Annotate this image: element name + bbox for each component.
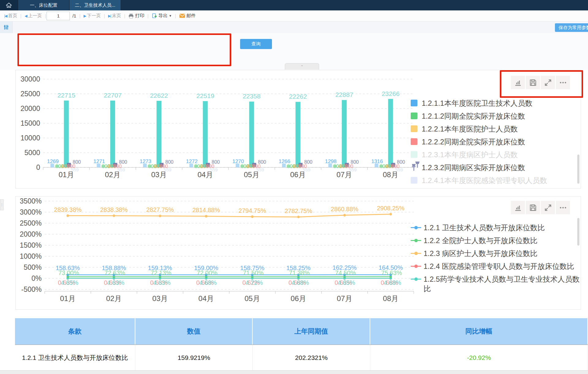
first-page-label: 首页	[8, 13, 17, 19]
home-tab[interactable]	[0, 0, 18, 10]
table-cell: 202.2321%	[253, 345, 370, 371]
table-cell-item-link[interactable]: 1.2.1 卫生技术人员数与开放床位数比	[15, 345, 135, 371]
legend-swatch	[411, 151, 417, 158]
legend-item[interactable]: 1.2.5药学专业技术人员数与卫生专业技术人员数比	[411, 274, 581, 293]
data-label: 05月	[244, 294, 260, 303]
bar	[342, 100, 347, 167]
more-options-button[interactable]	[556, 76, 570, 89]
save-image-button[interactable]	[526, 76, 540, 89]
last-page-button[interactable]: ▶| 末页	[106, 13, 123, 19]
legend-item[interactable]: 1.2.3.2同期病区实际开放床位数	[411, 163, 581, 172]
data-label: 74.50%	[335, 269, 356, 276]
data-label: 73.00%	[58, 269, 79, 276]
more-options-button[interactable]	[556, 201, 570, 214]
legend-label: 1.2.3 病区护士人数与开放床位数比	[424, 249, 537, 258]
filter-toggle-button[interactable]	[0, 21, 13, 33]
legend-label: 1.2.2.1本年度医院护士人员数	[422, 124, 518, 134]
data-label: 4.65%	[61, 279, 78, 286]
page-total-label: /1	[70, 13, 79, 18]
legend-swatch	[411, 125, 417, 132]
legend-label: 1.2.1.1本年度医院卫生技术人员数	[422, 98, 532, 108]
marker-dash	[418, 240, 421, 241]
data-label: 20000	[21, 105, 40, 113]
legend-swatch	[411, 138, 417, 145]
bar-type-button[interactable]	[511, 76, 525, 89]
legend-label: 1.2.3.2同期病区实际开放床位数	[422, 163, 525, 172]
page-number-input[interactable]	[47, 12, 70, 20]
series-point	[66, 214, 69, 217]
data-label: 72.13%	[151, 269, 172, 276]
bar-type-button[interactable]	[511, 201, 525, 214]
prev-page-button[interactable]: ◀ 上一页	[22, 13, 44, 19]
marker-dot	[414, 277, 418, 281]
legend-item[interactable]: 1.2.2.1本年度医院护士人员数	[411, 124, 581, 134]
data-label: 559	[117, 167, 125, 172]
data-label: 2500%	[20, 219, 42, 227]
data-label: 1000%	[20, 252, 42, 260]
first-page-button[interactable]: |◀ 首页	[2, 13, 20, 19]
separator: |	[147, 13, 149, 18]
export-button[interactable]: 导出 ▼	[149, 13, 174, 19]
legend-item[interactable]: 1.2.2 全院护士人数与开放床位数比	[411, 236, 581, 245]
line-chart-card: -500%0%500%1000%1500%2000%2500%3000%3500…	[15, 196, 581, 310]
legend-scrollbar[interactable]	[577, 155, 579, 184]
save-image-icon	[529, 78, 537, 87]
splitter-handle[interactable]: ⋮	[0, 199, 4, 210]
data-label: 2814.88%	[192, 207, 220, 213]
data-label: 10000	[21, 134, 40, 142]
legend-label: 1.2.2.2同期全院实际开放床位数	[422, 137, 525, 147]
print-button[interactable]: 打印	[126, 13, 147, 19]
mail-button[interactable]: 邮件	[177, 13, 198, 19]
save-common-params-button[interactable]: 保存为常用参数	[555, 23, 588, 32]
bar	[203, 101, 208, 167]
next-page-icon: ▶	[84, 14, 86, 18]
more-options-icon	[559, 204, 567, 212]
data-label: 2827.75%	[146, 206, 174, 213]
legend-item[interactable]: 1.2.3.1本年度病区护士人员数	[411, 150, 581, 159]
data-label: 4.63%	[107, 279, 125, 286]
legend-line-marker	[411, 239, 421, 242]
legend-label: 1.2.1 卫生技术人员数与开放床位数比	[424, 223, 545, 232]
next-page-button[interactable]: ▶ 下一页	[81, 13, 103, 19]
data-label: 71.38%	[289, 269, 310, 276]
legend-label: 1.2.3.1本年度病区护士人员数	[422, 150, 518, 159]
legend-item[interactable]: 1.2.4 医院感染管理专职人员数与开放床位数比	[411, 261, 581, 271]
legend-swatch	[411, 113, 417, 119]
data-label: 04月	[198, 294, 214, 303]
data-label: 2839.38%	[54, 206, 81, 213]
legend-swatch	[411, 100, 417, 106]
data-label: 800	[397, 159, 405, 165]
expand-button[interactable]	[541, 201, 555, 214]
data-label: 559	[210, 167, 218, 172]
save-image-button[interactable]	[526, 201, 540, 214]
data-label: 800	[351, 159, 359, 165]
legend-item[interactable]: 1.2.1 卫生技术人员数与开放床位数比	[411, 223, 581, 232]
separator: |	[44, 13, 47, 18]
data-label: 2782.75%	[285, 208, 312, 214]
legend-scrollbar[interactable]	[577, 218, 579, 246]
query-button[interactable]: 查询	[240, 39, 272, 49]
data-label: 800	[212, 159, 220, 165]
data-label: 559	[349, 167, 357, 172]
collapse-handle[interactable]: ⌃	[285, 63, 319, 70]
legend-item[interactable]: 1.2.1.1本年度医院卫生技术人员数	[411, 98, 581, 108]
tab-health-staff[interactable]: 二、卫生技术人员...	[70, 0, 121, 10]
expand-button[interactable]	[541, 76, 555, 89]
legend-line-marker	[411, 265, 421, 268]
separator: |	[79, 13, 81, 18]
last-page-label: 末页	[112, 13, 121, 19]
expand-icon	[544, 204, 552, 212]
legend-item[interactable]: 1.2.2.2同期全院实际开放床位数	[411, 137, 581, 147]
data-label: 800	[119, 159, 127, 165]
legend-item[interactable]: 1.2.4.1本年度医院感染管理专职人员数	[411, 176, 581, 185]
marker-dot	[414, 265, 418, 268]
data-label: 2860.88%	[331, 206, 358, 212]
tab-bed-config[interactable]: 一、床位配置	[18, 0, 70, 10]
data-label: 71.50%	[243, 269, 264, 276]
legend-item[interactable]: 1.2.1.2同期全院实际开放床位数	[411, 111, 581, 121]
data-label: 559	[71, 167, 79, 172]
data-label: 08月	[383, 294, 398, 303]
data-label: 0%	[32, 274, 42, 282]
legend-item[interactable]: 1.2.3 病区护士人数与开放床位数比	[411, 249, 581, 258]
table-header-cell: 数值	[135, 318, 253, 345]
